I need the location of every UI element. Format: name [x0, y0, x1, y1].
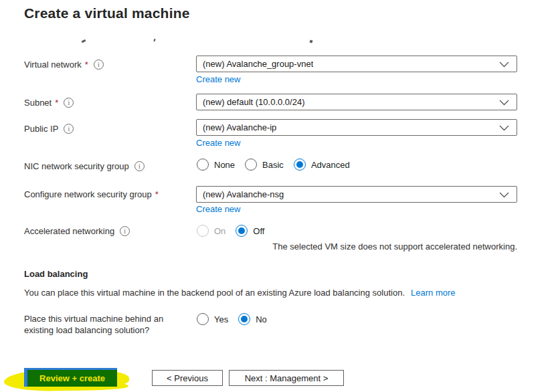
virtual-network-label: Virtual network* — [24, 60, 104, 70]
nic-nsg-label: NIC network security group — [24, 161, 145, 171]
create-new-nsg-link[interactable]: Create new — [196, 204, 240, 214]
public-ip-dropdown[interactable]: (new) Avalanche-ip — [196, 119, 517, 136]
configure-nsg-value: (new) Avalanche-nsg — [203, 189, 284, 199]
create-new-vnet-link[interactable]: Create new — [196, 74, 240, 84]
required-asterisk: * — [55, 98, 58, 108]
learn-more-link[interactable]: Learn more — [411, 288, 455, 298]
radio-basic-label: Basic — [262, 160, 284, 170]
radio-off-label: Off — [253, 226, 264, 236]
radio-option-yes[interactable]: Yes — [197, 313, 228, 325]
create-vm-page: Create a virtual machine Virtual network… — [0, 0, 554, 392]
configure-nsg-dropdown[interactable]: (new) Avalanche-nsg — [196, 186, 517, 203]
chevron-down-icon — [499, 125, 509, 131]
public-ip-label: Public IP — [24, 124, 74, 134]
next-management-button[interactable]: Next : Management > — [229, 370, 344, 386]
previous-button[interactable]: < Previous — [152, 370, 223, 386]
chevron-down-icon — [499, 62, 509, 68]
radio-none[interactable] — [197, 159, 209, 171]
review-create-button-label: Review + create — [27, 370, 117, 387]
subnet-label: Subnet* — [24, 98, 74, 108]
chevron-down-icon — [499, 100, 509, 106]
virtual-network-value: (new) Avalanche_group-vnet — [203, 59, 313, 69]
load-balancing-description: You can place this virtual machine in th… — [24, 288, 456, 298]
radio-advanced[interactable] — [294, 159, 306, 171]
load-balancing-heading: Load balancing — [24, 269, 88, 279]
chevron-down-icon — [499, 192, 509, 198]
radio-no-label: No — [256, 314, 267, 324]
radio-option-none[interactable]: None — [197, 159, 235, 171]
redaction-remnant — [154, 39, 156, 41]
radio-option-no[interactable]: No — [238, 313, 267, 325]
page-title: Create a virtual machine — [24, 5, 190, 21]
radio-no[interactable] — [238, 313, 250, 325]
subnet-value: (new) default (10.0.0.0/24) — [203, 97, 304, 107]
review-create-button[interactable]: Review + create — [24, 368, 117, 387]
radio-basic[interactable] — [245, 159, 257, 171]
radio-option-on: On — [197, 225, 225, 237]
info-icon[interactable] — [64, 98, 74, 108]
load-balancing-radio-group: Yes No — [197, 313, 277, 325]
radio-yes-label: Yes — [214, 314, 228, 324]
radio-none-label: None — [214, 160, 235, 170]
info-icon[interactable] — [94, 60, 104, 70]
accelerated-networking-label: Accelerated networking — [24, 226, 130, 236]
radio-option-basic[interactable]: Basic — [245, 159, 284, 171]
public-ip-value: (new) Avalanche-ip — [203, 122, 276, 132]
required-asterisk: * — [85, 60, 88, 70]
radio-on-label: On — [214, 226, 225, 236]
required-asterisk: * — [155, 189, 159, 199]
radio-yes[interactable] — [197, 313, 209, 325]
nic-nsg-radio-group: None Basic Advanced — [197, 159, 360, 171]
accelerated-networking-note: The selected VM size does not support ac… — [272, 241, 517, 252]
info-icon[interactable] — [134, 161, 145, 171]
radio-on — [197, 225, 209, 237]
info-icon[interactable] — [64, 124, 74, 134]
radio-option-off[interactable]: Off — [236, 225, 264, 237]
create-new-ip-link[interactable]: Create new — [196, 138, 240, 148]
virtual-network-dropdown[interactable]: (new) Avalanche_group-vnet — [196, 56, 517, 72]
radio-option-advanced[interactable]: Advanced — [294, 159, 350, 171]
redaction-remnant — [309, 39, 312, 43]
radio-advanced-label: Advanced — [311, 160, 350, 170]
subnet-dropdown[interactable]: (new) default (10.0.0.0/24) — [196, 94, 517, 110]
load-balancing-question: Place this virtual machine behind an exi… — [24, 313, 193, 336]
accelerated-networking-radio-group: On Off — [197, 225, 274, 237]
redaction-remnant — [82, 39, 86, 43]
radio-off[interactable] — [236, 225, 248, 237]
info-icon[interactable] — [120, 226, 130, 236]
configure-nsg-label: Configure network security group* — [24, 189, 159, 199]
